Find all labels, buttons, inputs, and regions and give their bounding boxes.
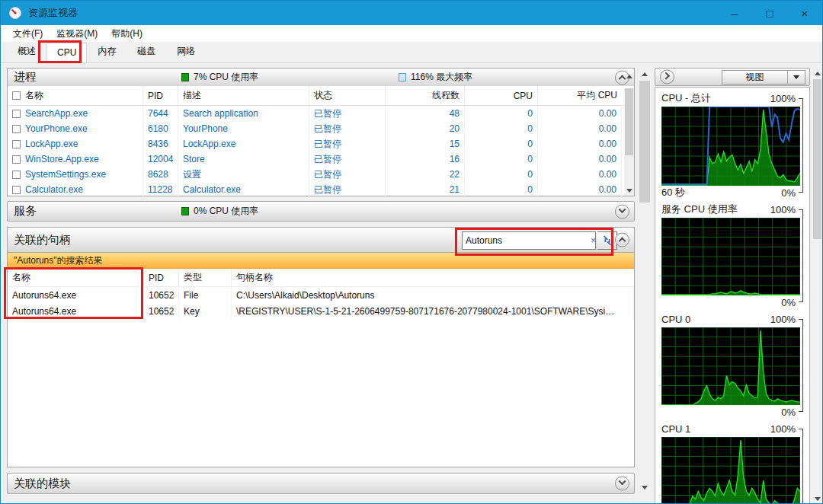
col-pid[interactable]: PID bbox=[143, 86, 178, 105]
handle-row[interactable]: Autoruns64.exe10652FileC:\Users\Alkaid\D… bbox=[8, 287, 634, 303]
services-title: 服务 bbox=[14, 204, 37, 219]
resource-monitor-window: 资源监视器 – □ × 文件(F) 监视器(M) 帮助(H) 概述 CPU 内存… bbox=[0, 0, 823, 504]
section-modules: 关联的模块 bbox=[7, 473, 635, 494]
process-row[interactable]: SearchApp.exe7644Search application已暂停48… bbox=[8, 106, 634, 121]
graph-ymin-label: 0% bbox=[781, 297, 796, 308]
process-row[interactable]: LockApp.exe8436LockApp.exe已暂停1500.00 bbox=[8, 136, 634, 152]
axis-bracket bbox=[799, 209, 803, 302]
process-table-scrollbar[interactable] bbox=[624, 88, 634, 196]
process-table-header: 名称 PID 描述 状态 线程数 CPU 平均 CPU bbox=[8, 86, 634, 106]
processes-freq-badge: 116% 最大频率 bbox=[399, 71, 472, 84]
axis-bracket bbox=[799, 98, 803, 193]
handles-collapse-button[interactable] bbox=[615, 233, 629, 247]
tab-cpu[interactable]: CPU bbox=[46, 43, 87, 62]
chevron-up-icon bbox=[619, 237, 626, 244]
maximize-button[interactable]: □ bbox=[752, 1, 787, 25]
main-scrollbar[interactable] bbox=[638, 68, 652, 494]
processes-cpu-badge: 7% CPU 使用率 bbox=[181, 71, 258, 84]
modules-title: 关联的模块 bbox=[14, 477, 71, 491]
col-desc[interactable]: 描述 bbox=[178, 86, 309, 105]
col-status[interactable]: 状态 bbox=[309, 86, 386, 105]
close-button[interactable]: × bbox=[787, 1, 822, 25]
view-dropdown-button[interactable] bbox=[788, 75, 805, 79]
process-checkbox[interactable] bbox=[12, 171, 21, 179]
scroll-down-icon[interactable] bbox=[624, 186, 634, 196]
sidebar-collapse-button[interactable] bbox=[660, 70, 674, 85]
handle-search-box: × bbox=[462, 231, 596, 250]
col-name: 名称 bbox=[25, 89, 43, 102]
max-frequency-swatch bbox=[399, 73, 406, 81]
menu-help[interactable]: 帮助(H) bbox=[105, 26, 149, 42]
scroll-down-icon[interactable] bbox=[638, 481, 652, 494]
section-handles: 关联的句柄 × "Autoruns"的搜索结果 名称 PID 类型 句柄名称 A… bbox=[7, 227, 635, 467]
view-button[interactable]: 视图 bbox=[722, 70, 805, 85]
process-checkbox[interactable] bbox=[12, 155, 21, 164]
services-header: 服务 0% CPU 使用率 bbox=[7, 201, 635, 222]
col-avg-cpu[interactable]: 平均 CPU bbox=[538, 86, 622, 105]
graph-CPU - 总计: CPU - 总计100%60 秒0% bbox=[661, 90, 805, 199]
hcol-pid[interactable]: PID bbox=[144, 269, 179, 286]
section-services: 服务 0% CPU 使用率 bbox=[7, 201, 635, 222]
caret-down-icon bbox=[793, 75, 799, 79]
handles-title: 关联的句柄 bbox=[14, 233, 71, 247]
handle-row[interactable]: Autoruns64.exe10652Key\REGISTRY\USER\S-1… bbox=[8, 303, 634, 319]
tab-network[interactable]: 网络 bbox=[166, 40, 206, 62]
graph-ymax-label: 100% bbox=[770, 314, 796, 325]
graph-title: CPU 0 bbox=[661, 314, 690, 325]
handle-rows-host: Autoruns64.exe10652FileC:\Users\Alkaid\D… bbox=[8, 287, 634, 319]
col-cpu[interactable]: CPU bbox=[465, 86, 538, 105]
title-bar: 资源监视器 – □ × bbox=[1, 1, 822, 25]
process-checkbox[interactable] bbox=[12, 186, 21, 194]
scrollbar-thumb[interactable] bbox=[639, 81, 650, 203]
process-row[interactable]: YourPhone.exe6180YourPhone已暂停2000.00 bbox=[8, 121, 634, 136]
tab-disk[interactable]: 磁盘 bbox=[126, 40, 166, 62]
sidebar-scrollbar[interactable] bbox=[812, 68, 823, 504]
graph-plot bbox=[661, 437, 800, 504]
graph-plot bbox=[661, 107, 800, 186]
hcol-name[interactable]: 名称 bbox=[8, 269, 144, 286]
col-threads[interactable]: 线程数 bbox=[386, 86, 465, 105]
hcol-type[interactable]: 类型 bbox=[179, 269, 232, 286]
process-checkbox[interactable] bbox=[12, 110, 21, 118]
scrollbar-thumb[interactable] bbox=[625, 88, 633, 155]
minimize-button[interactable]: – bbox=[717, 1, 752, 25]
graphs-host: CPU - 总计100%60 秒0%服务 CPU 使用率100%0%CPU 01… bbox=[661, 90, 805, 504]
services-usage-swatch bbox=[181, 207, 189, 215]
modules-expand-button[interactable] bbox=[615, 477, 629, 491]
process-row[interactable]: Calculator.exe11228Calculator.exe已暂停2100… bbox=[8, 182, 634, 197]
processes-title: 进程 bbox=[14, 70, 37, 85]
tab-overview[interactable]: 概述 bbox=[7, 40, 46, 62]
process-rows-host: SearchApp.exe7644Search application已暂停48… bbox=[8, 106, 634, 197]
scrollbar-thumb[interactable] bbox=[813, 79, 821, 239]
graph-CPU 1: CPU 1100%0% bbox=[661, 420, 805, 504]
tab-bar: 概述 CPU 内存 磁盘 网络 bbox=[1, 42, 822, 63]
services-expand-button[interactable] bbox=[615, 204, 629, 219]
process-row[interactable]: SystemSettings.exe8628设置已暂停2200.00 bbox=[8, 167, 634, 182]
menu-file[interactable]: 文件(F) bbox=[7, 26, 49, 42]
scroll-down-icon[interactable] bbox=[812, 493, 823, 504]
cpu-graphs-panel: CPU - 总计100%60 秒0%服务 CPU 使用率100%0%CPU 01… bbox=[655, 87, 810, 504]
scroll-up-icon[interactable] bbox=[638, 68, 652, 81]
chevron-down-icon bbox=[619, 206, 626, 213]
menu-monitor[interactable]: 监视器(M) bbox=[50, 26, 104, 42]
tab-memory[interactable]: 内存 bbox=[87, 40, 126, 62]
menu-bar: 文件(F) 监视器(M) 帮助(H) bbox=[1, 25, 822, 42]
process-checkbox[interactable] bbox=[12, 125, 21, 133]
process-row[interactable]: WinStore.App.exe12004Store已暂停1600.00 bbox=[8, 152, 634, 167]
process-checkbox[interactable] bbox=[12, 140, 21, 148]
axis-bracket bbox=[799, 319, 803, 412]
graph-ymax-label: 100% bbox=[770, 423, 796, 435]
handles-header: 关联的句柄 × bbox=[7, 227, 635, 253]
app-icon bbox=[8, 6, 22, 20]
graph-title: 服务 CPU 使用率 bbox=[661, 203, 738, 216]
graph-plot bbox=[661, 218, 800, 295]
hcol-handle-name[interactable]: 句柄名称 bbox=[232, 269, 634, 286]
scroll-up-icon[interactable] bbox=[812, 68, 823, 79]
window-title: 资源监视器 bbox=[28, 6, 78, 20]
graph-title: CPU - 总计 bbox=[661, 91, 711, 105]
graph-ymax-label: 100% bbox=[770, 93, 796, 104]
handle-search-input[interactable] bbox=[463, 235, 587, 246]
graph-服务 CPU 使用率: 服务 CPU 使用率100%0% bbox=[661, 201, 805, 309]
scroll-up-icon[interactable] bbox=[624, 72, 634, 81]
select-all-checkbox[interactable] bbox=[12, 91, 21, 100]
